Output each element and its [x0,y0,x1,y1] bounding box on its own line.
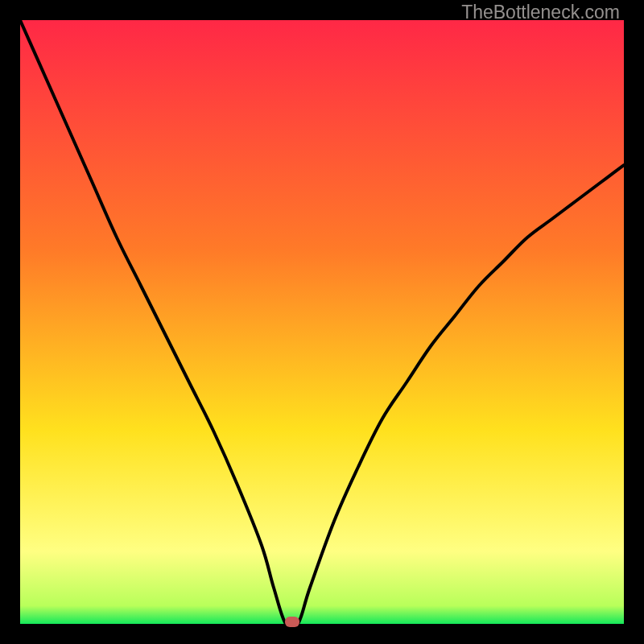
watermark-text: TheBottleneck.com [461,2,620,23]
chart-frame [20,20,624,624]
optimal-point-marker [285,617,299,627]
gradient-background [20,20,624,624]
bottleneck-chart [20,20,624,624]
